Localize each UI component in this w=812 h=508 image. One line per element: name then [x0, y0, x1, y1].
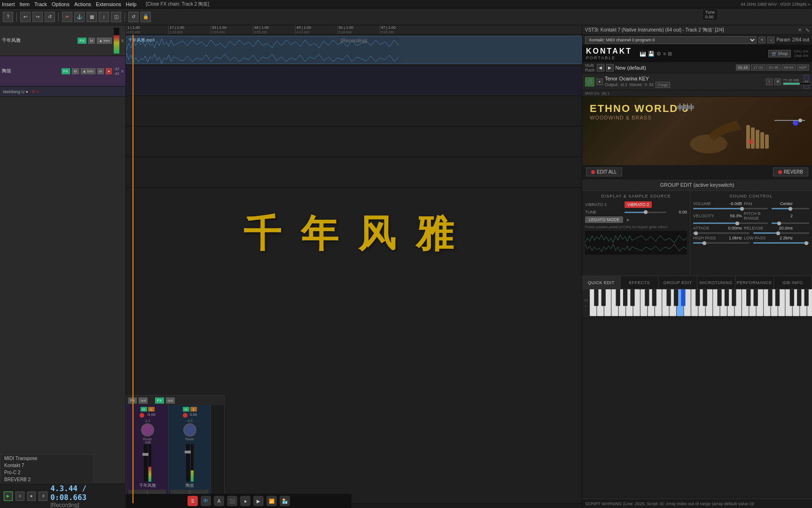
tab-idb-info[interactable]: IDB-INFO	[774, 276, 812, 289]
reverb-btn[interactable]: REVERB	[773, 167, 808, 176]
instr-info-btn[interactable]: i	[766, 79, 773, 85]
track-m-btn-1[interactable]: M	[88, 38, 95, 44]
tab-performance[interactable]: PERFORMANCE	[735, 276, 774, 289]
toolbar-split-btn[interactable]: ◫	[111, 12, 121, 22]
piano-keys-svg[interactable]	[590, 289, 812, 317]
mixer-fx-btn-2[interactable]: FX	[155, 397, 164, 404]
mixer-out-btn-1[interactable]: out	[139, 397, 148, 404]
tab-quick-edit[interactable]: QUICK EDIT	[582, 276, 621, 289]
range-btn-17-32[interactable]: 17-32	[751, 64, 765, 71]
next-instrument-btn[interactable]: ▶	[606, 64, 614, 71]
toolbar-cut-btn[interactable]: ✂	[62, 12, 72, 22]
lowpass-slider[interactable]	[753, 242, 810, 244]
menu-help[interactable]: Help	[126, 1, 137, 7]
toolbar-redo-btn[interactable]: ↪	[32, 12, 43, 22]
track-fx-btn-1[interactable]: FX	[78, 38, 86, 44]
pitchb-slider[interactable]	[772, 222, 809, 224]
midi-input-3[interactable]: Pro-C 2	[0, 469, 94, 476]
piano-icon[interactable]: 🎹	[640, 51, 646, 57]
tray-icon-a[interactable]: A	[214, 496, 224, 506]
toolbar-cycle-btn[interactable]: ↺	[128, 12, 139, 22]
disk-icon[interactable]: 💾	[648, 51, 655, 57]
ch1-s-btn[interactable]: S	[148, 407, 155, 412]
menu-options[interactable]: Options	[52, 1, 70, 7]
track-m-btn-2[interactable]: M	[72, 68, 79, 74]
track-ch-label-1: S	[121, 39, 124, 43]
scroll-up[interactable]: +1	[584, 298, 588, 302]
midi-input-1[interactable]: MIDI Transpose	[0, 455, 94, 462]
tune-slider[interactable]	[625, 212, 666, 213]
list-icon[interactable]: ≡	[663, 51, 666, 57]
instr-mute-btn[interactable]: ●	[596, 79, 603, 85]
tab-microtuning[interactable]: MICROTUNING	[697, 276, 736, 289]
ch2-s-btn[interactable]: S	[190, 407, 197, 412]
svg-point-5	[690, 135, 727, 153]
menu-insert[interactable]: Insert	[2, 1, 15, 7]
ch2-fader[interactable]	[186, 444, 190, 482]
pan-slider[interactable]	[772, 208, 809, 209]
mixer-out-btn-2[interactable]: out	[166, 397, 175, 404]
ch1-fader[interactable]	[144, 444, 148, 482]
prev-instrument-btn[interactable]: ◀	[597, 64, 604, 71]
play-button[interactable]: ▶	[4, 492, 13, 501]
instr-right-controls: i ⚙ 75.36 MB M	[766, 75, 809, 89]
purge-btn[interactable]: Purge	[656, 82, 670, 88]
midi-info-dropdown[interactable]: Kontakt: MIDI channel 0 program 0	[585, 36, 757, 44]
track-out-btn-2[interactable]: ●	[106, 68, 112, 74]
tray-icon-sq[interactable]: ⬛	[227, 496, 237, 506]
track-in-btn-2[interactable]: in	[97, 68, 104, 74]
volume-slider[interactable]	[693, 208, 768, 209]
toolbar-link-btn[interactable]: ⚓	[74, 12, 85, 22]
gear-icon[interactable]: ⚙	[656, 51, 661, 57]
edit-all-btn[interactable]: EDIT ALL	[586, 167, 622, 176]
stop-button[interactable]: ⊙	[16, 492, 24, 501]
toolbar-history-btn[interactable]: ↺	[45, 12, 55, 22]
midi-input-4[interactable]: BREVERB 2	[0, 476, 94, 483]
menu-item[interactable]: Item	[20, 1, 30, 7]
track-trim-btn-1[interactable]: ▲ trim	[97, 38, 111, 44]
tray-icon-dot[interactable]: ●	[240, 496, 250, 506]
ch2-level: 0.00	[190, 413, 197, 418]
toolbar-grid-btn[interactable]: ▦	[86, 12, 97, 22]
scroll-down[interactable]: −	[585, 304, 587, 309]
range-btn-49-64[interactable]: 49-64	[781, 64, 796, 71]
range-btn-33-48[interactable]: 33-48	[766, 64, 781, 71]
vst-resize-btn[interactable]: ⤡	[805, 27, 809, 32]
ch2-knob[interactable]	[183, 423, 196, 437]
toolbar-help-btn[interactable]: ?	[3, 12, 13, 22]
toolbar-lock-btn[interactable]: 🔒	[141, 12, 151, 22]
highpass-slider[interactable]	[693, 242, 750, 244]
tab-effects[interactable]: EFFECTS	[621, 276, 659, 289]
instr-settings-btn[interactable]: ⚙	[774, 79, 781, 85]
toolbar-zoom-btn[interactable]: ↕	[99, 12, 109, 22]
range-btn-01-16[interactable]: 01-16	[736, 64, 750, 71]
toolbar-undo-btn[interactable]: ↩	[20, 12, 31, 22]
ch2-m-btn[interactable]: M	[183, 407, 189, 412]
legato-badge[interactable]: LEGATO MODE	[585, 216, 623, 223]
release-slider[interactable]	[753, 232, 810, 234]
shop-btn[interactable]: 🛒 Shop	[768, 50, 791, 57]
track-fx-btn-2[interactable]: FX	[62, 68, 70, 74]
attack-slider[interactable]	[693, 232, 750, 234]
pause-button[interactable]: ⏸	[39, 492, 47, 501]
tray-icon-s[interactable]: S	[187, 496, 198, 506]
plus-btn[interactable]: +	[758, 37, 765, 43]
ch1-m-btn[interactable]: M	[141, 407, 147, 412]
minus-btn[interactable]: −	[767, 37, 774, 43]
tray-icon-store[interactable]: 🏪	[280, 496, 290, 506]
tray-icon-play[interactable]: ▶	[253, 496, 264, 506]
tab-group-edit[interactable]: GROUP EDIT	[659, 276, 697, 289]
tray-icon-wifi[interactable]: 📶	[266, 496, 277, 506]
vst-close-btn[interactable]: ✕	[798, 27, 802, 32]
midi-input-2[interactable]: Kontakt 7	[0, 462, 94, 469]
range-btn-nsp[interactable]: NSP	[797, 64, 809, 71]
menu-extensions[interactable]: Extensions	[96, 1, 121, 7]
stop2-button[interactable]: ■	[27, 492, 36, 501]
menu-track[interactable]: Track	[34, 1, 47, 7]
velocity-slider[interactable]	[693, 222, 768, 224]
ch1-knob[interactable]	[141, 423, 154, 437]
tray-icon-zh[interactable]: 中	[201, 496, 211, 506]
menu-actions[interactable]: Actions	[74, 1, 91, 7]
track-trim-btn-2[interactable]: ▲ trim	[81, 68, 95, 74]
browser-icon[interactable]: ⊞	[668, 51, 672, 57]
